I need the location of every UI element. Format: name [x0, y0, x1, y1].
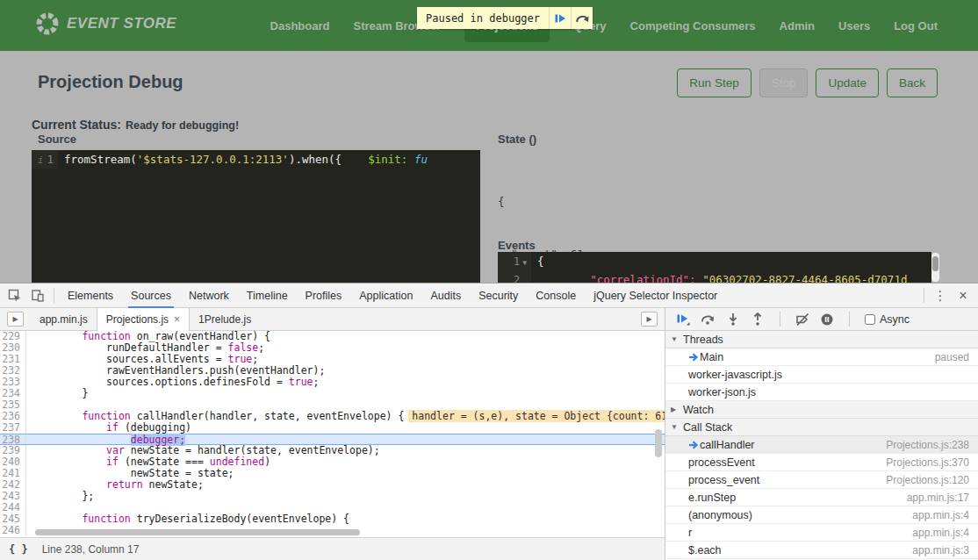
file-tab-projections-js[interactable]: Projections.js×	[97, 308, 190, 332]
execution-arrow-icon	[688, 353, 700, 362]
code-token: )	[264, 456, 270, 468]
stop-button[interactable]: Stop	[759, 68, 809, 97]
call-stack-frame-r[interactable]: rapp.min.js:4	[665, 524, 978, 542]
show-navigator-button[interactable]: ▶	[7, 312, 24, 327]
call-stack-frame-anonymous[interactable]: (anonymous)app.min.js:4	[665, 506, 978, 524]
nav-item-users[interactable]: Users	[838, 19, 870, 32]
code-line: 242 return newState;	[0, 479, 665, 491]
async-label: Async	[880, 313, 910, 326]
thread-row-main[interactable]: Mainpaused	[665, 348, 978, 366]
run-step-button[interactable]: Run Step	[677, 68, 751, 97]
frame-function: (anonymous)	[688, 509, 752, 521]
code-token: tryDeserializeBody(eventEnvelope) {	[131, 513, 349, 525]
inspect-element-button[interactable]	[4, 285, 26, 306]
update-button[interactable]: Update	[816, 68, 879, 97]
show-debugger-button[interactable]: ▶	[641, 312, 658, 327]
thread-label: worker-json.js	[688, 386, 756, 398]
call-stack-section-header[interactable]: ▼ Call Stack	[665, 419, 978, 436]
frame-function: $.each	[688, 544, 722, 556]
annotation-info-icon: i	[38, 154, 44, 166]
devtools-close-button[interactable]: ×	[952, 285, 974, 306]
thread-label: worker-javascript.js	[688, 369, 782, 381]
thread-row-worker-javascript-js[interactable]: worker-javascript.js	[665, 366, 978, 384]
code-text	[26, 525, 33, 536]
devtools-tab-network[interactable]: Network	[180, 284, 238, 308]
horizontal-scrollbar-thumb[interactable]	[35, 529, 360, 535]
pause-on-exceptions-button[interactable]	[820, 312, 834, 327]
source-token: fu	[414, 153, 428, 166]
device-toolbar-button[interactable]	[26, 285, 49, 306]
pretty-print-button[interactable]: { }	[9, 543, 28, 556]
code-editor[interactable]: 229 function on_raw(eventHandler) {230 r…	[0, 331, 665, 537]
resume-script-button[interactable]	[676, 312, 690, 326]
nav-item-admin[interactable]: Admin	[780, 19, 815, 32]
step-into-button[interactable]	[726, 312, 740, 326]
sources-status-bar: { } Line 238, Column 17	[0, 537, 665, 560]
devtools-tab-console[interactable]: Console	[527, 284, 585, 308]
devtools-tab-timeline[interactable]: Timeline	[238, 284, 297, 308]
devtools-panel: ElementsSourcesNetworkTimelineProfilesAp…	[0, 283, 978, 560]
step-over-button[interactable]	[701, 312, 716, 326]
watch-section-header[interactable]: ▶ Watch	[665, 401, 978, 419]
step-over-icon	[701, 312, 716, 326]
file-tab-app-min-js[interactable]: app.min.js	[31, 308, 97, 331]
devtools-tab-application[interactable]: Application	[350, 284, 421, 308]
call-stack-frame-e-runstep[interactable]: e.runStepapp.min.js:17	[665, 489, 978, 506]
events-editor[interactable]: 1▼ { 2▼ "correlationId": "06302702-8827-…	[498, 252, 931, 283]
line-number[interactable]: 238	[0, 434, 26, 444]
nav-item-log-out[interactable]: Log Out	[894, 19, 938, 32]
inline-debug-hint: handler = (s,e), state = Object {count: …	[408, 410, 665, 422]
step-out-icon	[751, 312, 765, 326]
call-stack-frame-processevent[interactable]: processEventProjections.js:370	[665, 454, 978, 471]
devtools-tab-security[interactable]: Security	[470, 284, 527, 308]
collapse-triangle-icon: ▶	[671, 406, 678, 413]
call-stack-frame-each[interactable]: $.eachapp.min.js:3	[665, 542, 978, 559]
nav-item-competing-consumers[interactable]: Competing Consumers	[630, 19, 756, 32]
devtools-tab-audits[interactable]: Audits	[421, 284, 470, 308]
devtools-tabs: ElementsSourcesNetworkTimelineProfilesAp…	[59, 284, 726, 308]
thread-row-worker-json-js[interactable]: worker-json.js	[665, 384, 978, 401]
event-store-logo[interactable]: EVENT STORE	[35, 11, 176, 36]
devtools-tab-sources[interactable]: Sources	[122, 284, 180, 308]
async-checkbox[interactable]	[865, 314, 875, 325]
back-button[interactable]: Back	[887, 68, 938, 97]
code-token: ;	[258, 341, 264, 354]
action-buttons: Run StepStopUpdateBack	[677, 68, 938, 97]
source-code-editor[interactable]: i1 fromStream('$stats-127.0.0.1:2113').w…	[32, 150, 480, 283]
execution-arrow-icon	[688, 441, 700, 449]
vertical-scrollbar-thumb[interactable]	[655, 429, 662, 457]
code-token	[33, 478, 106, 491]
close-tab-icon[interactable]: ×	[174, 313, 180, 326]
call-stack-frame-process-event[interactable]: process_eventProjections.js:120	[665, 471, 978, 489]
frame-location: app.min.js:4	[905, 509, 969, 521]
code-token: newState = state;	[33, 467, 234, 479]
code-token: (newState ===	[119, 456, 210, 468]
overlay-step-over-button[interactable]	[571, 7, 593, 29]
code-text: };	[26, 491, 94, 502]
threads-section-header[interactable]: ▼ Threads	[665, 331, 978, 348]
devtools-main-toolbar: ElementsSourcesNetworkTimelineProfilesAp…	[0, 284, 978, 308]
devtools-menu-button[interactable]: ⋮	[929, 285, 952, 306]
frame-location: app.min.js:4	[905, 527, 969, 539]
code-line: 234 }	[0, 388, 665, 399]
nav-item-dashboard[interactable]: Dashboard	[270, 19, 330, 32]
events-scrollbar-thumb[interactable]	[932, 256, 938, 271]
brand-text: EVENT STORE	[67, 15, 176, 32]
deactivate-breakpoints-button[interactable]	[795, 312, 809, 327]
line-number[interactable]: 246	[0, 525, 26, 536]
overlay-resume-button[interactable]	[549, 7, 571, 29]
devtools-tab-jquery-selector-inspector[interactable]: jQuery Selector Inspector	[585, 284, 726, 308]
file-tab-1prelude-js[interactable]: 1Prelude.js	[190, 308, 260, 331]
fold-arrow-icon[interactable]: ▼	[522, 259, 527, 267]
resume-icon	[676, 312, 690, 326]
devtools-tab-profiles[interactable]: Profiles	[297, 284, 351, 308]
code-token: return	[106, 478, 143, 491]
frame-location: Projections.js:238	[879, 439, 969, 451]
call-stack-frame-callhandler[interactable]: callHandlerProjections.js:238	[665, 436, 978, 454]
step-out-button[interactable]	[751, 312, 765, 326]
threads-title: Threads	[683, 334, 723, 346]
devtools-body: ▶ app.min.jsProjections.js×1Prelude.js ▶…	[0, 308, 978, 560]
devtools-tab-elements[interactable]: Elements	[59, 284, 122, 308]
line-number[interactable]: 237	[0, 422, 26, 434]
debugger-toolbar-divider	[849, 312, 850, 327]
